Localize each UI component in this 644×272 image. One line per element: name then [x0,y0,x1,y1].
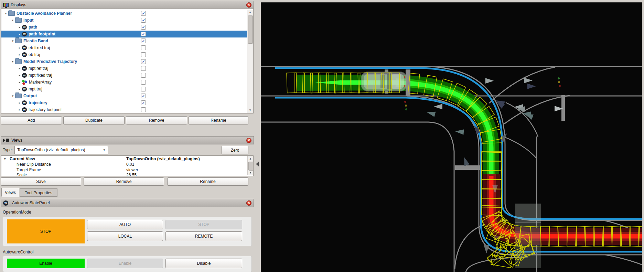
tree-item-eb-traj[interactable]: web traj [1,51,247,58]
tab-views[interactable]: Views [1,188,19,197]
autoware-display-icon: w [22,100,27,105]
checkbox[interactable] [141,39,146,43]
close-icon[interactable]: ✕ [246,2,251,8]
scroll-down-icon[interactable]: ▼ [248,170,253,175]
property-row[interactable]: Scale 26.55 [1,172,247,176]
scroll-up-icon[interactable]: ▲ [248,156,253,161]
checkbox[interactable] [141,80,146,85]
tree-item-path-footprint[interactable]: wpath footprint [1,31,247,37]
displays-panel-title: Displays [11,2,26,7]
local-button[interactable]: LOCAL [87,231,163,241]
expander-icon[interactable] [10,17,15,24]
tree-item-mpt-traj[interactable]: wmpt traj [1,86,247,93]
tree-item-path[interactable]: wpath [1,24,247,31]
zero-button[interactable]: Zero [222,146,248,154]
rename-button[interactable]: Rename [189,116,248,124]
disable-button[interactable]: Disable [165,259,242,268]
checkbox[interactable] [141,87,146,91]
splitter-handle-dots[interactable]: ······ [114,112,125,116]
checkbox[interactable] [141,52,146,57]
remove-button[interactable]: Remove [126,116,187,124]
checkbox[interactable] [141,94,146,98]
operation-mode-label: OperationMode [3,210,31,215]
tree-item-output[interactable]: Output [1,93,247,99]
checkbox[interactable] [141,100,146,105]
close-icon[interactable]: ✕ [246,200,251,206]
tree-item-trajectory[interactable]: wtrajectory [1,99,247,106]
folder-icon [15,18,22,23]
rviz-window: Displays ✕ Obstacle Avoidance Planner In… [0,0,644,272]
expander-icon[interactable] [17,44,22,51]
checkbox[interactable] [141,11,146,16]
scroll-up-icon[interactable]: ▲ [247,10,253,15]
checkbox[interactable] [141,107,146,112]
displays-panel-header[interactable]: Displays ✕ [1,1,254,9]
checkbox[interactable] [141,18,146,23]
view-type-dropdown[interactable]: TopDownOrtho (rviz_default_plugins) ▾ [14,146,108,154]
remove-view-button[interactable]: Remove [84,177,164,186]
expander-icon[interactable] [10,37,15,44]
properties-scrollbar[interactable]: ▲ ▼ [247,156,253,175]
view-type-value: TopDownOrtho (rviz_default_plugins) [17,148,85,152]
close-icon[interactable]: ✕ [246,138,251,143]
splitter-handle-dots[interactable]: ······ [114,195,125,199]
expander-icon[interactable] [17,24,22,31]
tree-scrollbar[interactable]: ▲ ▼ [247,10,253,113]
property-row[interactable]: Target Frame viewer [1,167,247,173]
tab-tool-properties[interactable]: Tool Properties [20,188,57,197]
expander-icon[interactable] [17,31,22,37]
checkbox[interactable] [141,66,146,71]
expander-icon[interactable] [17,99,22,106]
autoware-panel-title: AutowareStatePanel [12,200,50,205]
add-button[interactable]: Add [1,116,62,124]
chevron-down-icon: ▾ [103,146,105,154]
checkbox[interactable] [141,45,146,50]
autoware-state-panel-header[interactable]: w AutowareStatePanel ✕ [1,199,254,207]
tree-item-markerarray[interactable]: MarkerArray [1,79,247,86]
checkbox[interactable] [141,59,146,64]
rename-view-button[interactable]: Rename [167,177,248,186]
panel-splitter[interactable] [255,0,261,272]
scroll-down-icon[interactable]: ▼ [247,108,253,113]
checkbox[interactable] [141,32,146,36]
views-panel-header[interactable]: Views ✕ [1,136,254,144]
checkbox[interactable] [141,25,146,30]
autoware-display-icon: w [22,45,27,50]
expander-icon[interactable] [17,106,22,113]
folder-icon [15,39,22,43]
remote-button[interactable]: REMOTE [165,231,242,241]
expander-icon[interactable] [17,86,22,93]
3d-viewport[interactable] [261,0,642,272]
scrollbar-thumb[interactable] [248,162,253,171]
displays-icon [3,3,9,7]
property-row[interactable]: Near Clip Distance 0.01 [1,162,247,167]
collapse-arrow-icon[interactable] [256,162,259,166]
checkbox[interactable] [141,73,146,78]
tree-item-elastic-band[interactable]: Elastic Band [1,37,247,44]
views-panel-title: Views [11,138,22,143]
expander-icon[interactable] [17,72,22,79]
autoware-display-icon: w [22,32,27,36]
property-row[interactable]: Current View TopDownOrtho (rviz_default_… [1,156,247,162]
expander-icon[interactable] [3,10,8,17]
scrollbar-thumb[interactable] [248,15,253,44]
save-view-button[interactable]: Save [1,177,81,186]
expander-icon[interactable] [10,58,15,65]
duplicate-button[interactable]: Duplicate [63,116,125,124]
expander-icon[interactable] [10,93,15,99]
tree-item-mpt-fixed-traj[interactable]: wmpt fixed traj [1,72,247,79]
tree-item-obstacle-avoidance-planner[interactable]: Obstacle Avoidance Planner [1,10,247,17]
views-icon [3,138,9,142]
expander-icon[interactable] [17,65,22,72]
tree-item-model-predictive-trajectory[interactable]: Model Predictive Trajectory [1,58,247,65]
autoware-display-icon: w [22,87,27,91]
tree-item-mpt-ref-traj[interactable]: wmpt ref traj [1,65,247,72]
autoware-display-icon: w [22,25,27,30]
expander-icon[interactable] [17,51,22,58]
viewport-top-border [261,0,644,2]
expander-icon[interactable] [17,79,22,86]
auto-button[interactable]: AUTO [87,220,163,229]
autoware-icon: w [3,200,8,206]
tree-item-eb-fixed-traj[interactable]: web fixed traj [1,44,247,51]
tree-item-input[interactable]: Input [1,17,247,24]
